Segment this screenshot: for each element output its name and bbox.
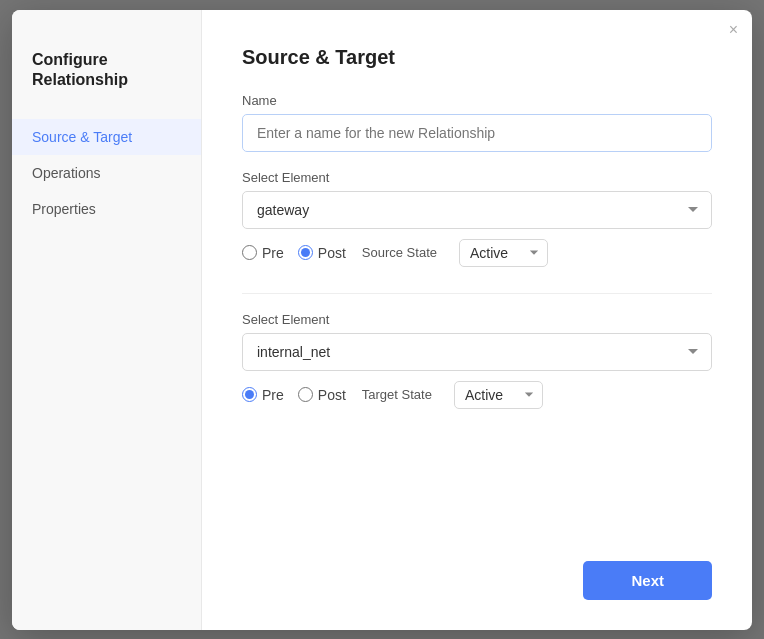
target-section: Select Element gateway internal_net exte… — [242, 312, 712, 409]
target-state-select[interactable]: Active Inactive — [454, 381, 543, 409]
target-post-label: Post — [318, 387, 346, 403]
target-post-radio-input[interactable] — [298, 387, 313, 402]
target-pre-radio-input[interactable] — [242, 387, 257, 402]
modal: × Configure Relationship Source & Target… — [12, 10, 752, 630]
name-label: Name — [242, 93, 712, 108]
target-state-label: Target State — [362, 387, 432, 402]
target-element-select[interactable]: gateway internal_net external_net — [242, 333, 712, 371]
sidebar-title: Configure Relationship — [12, 50, 201, 120]
page-title: Source & Target — [242, 46, 712, 69]
target-pre-radio[interactable]: Pre — [242, 387, 284, 403]
target-select-label: Select Element — [242, 312, 712, 327]
source-select-label: Select Element — [242, 170, 712, 185]
sidebar-item-operations[interactable]: Operations — [12, 155, 201, 191]
close-button[interactable]: × — [729, 22, 738, 38]
main-content: Source & Target Name Select Element gate… — [202, 10, 752, 630]
target-radio-group: Pre Post — [242, 387, 346, 403]
source-state-select[interactable]: Active Inactive — [459, 239, 548, 267]
target-pre-label: Pre — [262, 387, 284, 403]
sidebar-item-source-target[interactable]: Source & Target — [12, 119, 201, 155]
source-element-select[interactable]: gateway internal_net external_net — [242, 191, 712, 229]
modal-overlay: × Configure Relationship Source & Target… — [0, 0, 764, 639]
source-state-label: Source State — [362, 245, 437, 260]
source-post-radio[interactable]: Post — [298, 245, 346, 261]
source-pre-label: Pre — [262, 245, 284, 261]
sidebar: Configure Relationship Source & Target O… — [12, 10, 202, 630]
sidebar-item-properties[interactable]: Properties — [12, 191, 201, 227]
name-input[interactable] — [242, 114, 712, 152]
source-pre-radio-input[interactable] — [242, 245, 257, 260]
source-radio-group: Pre Post — [242, 245, 346, 261]
source-post-label: Post — [318, 245, 346, 261]
source-radio-state-row: Pre Post Source State Active Inactive — [242, 239, 712, 267]
source-post-radio-input[interactable] — [298, 245, 313, 260]
source-pre-radio[interactable]: Pre — [242, 245, 284, 261]
footer: Next — [242, 541, 712, 600]
section-divider — [242, 293, 712, 294]
source-section: Select Element gateway internal_net exte… — [242, 170, 712, 267]
target-post-radio[interactable]: Post — [298, 387, 346, 403]
target-radio-state-row: Pre Post Target State Active Inactive — [242, 381, 712, 409]
next-button[interactable]: Next — [583, 561, 712, 600]
